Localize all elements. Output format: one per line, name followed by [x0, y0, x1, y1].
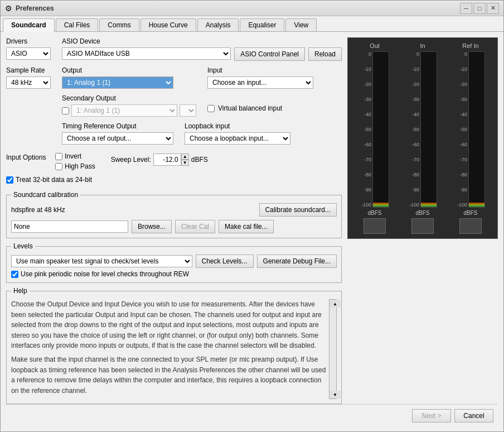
sample-rate-label: Sample Rate [6, 66, 51, 74]
close-button[interactable]: ✕ [487, 3, 499, 14]
calibrate-soundcard-button[interactable]: Calibrate soundcard... [259, 203, 337, 217]
sweep-level-label: Sweep Level: [111, 156, 151, 164]
timing-ref-group: Timing Reference Output Choose a ref out… [62, 122, 173, 145]
input-device-link[interactable]: Input Device [104, 300, 142, 308]
timing-ref-select[interactable]: Choose a ref output... [62, 132, 173, 145]
sweep-level-unit: dBFS [191, 156, 208, 164]
soundcard-cal-title: Soundcard calibration [11, 191, 80, 199]
asio-device-select[interactable]: ASIO MADIface USB [62, 47, 231, 60]
ref-in-meter: Ref In 0 -10 -20 -30 -40 -50 -60 -70 -80 [447, 42, 494, 234]
spinner-up-button[interactable]: ▲ [181, 153, 189, 160]
ref-in-meter-button[interactable] [459, 218, 482, 234]
soundcard-cal-group: Soundcard calibration hdspfire at 48 kHz… [6, 195, 342, 238]
out-bar-fill [373, 203, 389, 207]
out-meter-button[interactable] [364, 218, 386, 234]
meter-panel: Out 0 -10 -20 -30 -40 -50 -60 -70 -80 [347, 37, 498, 239]
secondary-output-select[interactable]: 1: Analog 1 (1) [71, 104, 177, 117]
scale-20: -20 [360, 81, 371, 87]
tab-view[interactable]: View [285, 18, 317, 31]
tab-analysis[interactable]: Analysis [197, 18, 239, 31]
help-text: Choose the Output Device and Input Devic… [11, 299, 329, 399]
output-device-link[interactable]: Output Device [47, 300, 90, 308]
main-area: Drivers ASIO ASIO Device ASIO MADIface U… [6, 37, 498, 404]
footer-buttons: Next > Cancel [6, 404, 498, 427]
generate-debug-button[interactable]: Generate Debug File... [257, 255, 337, 268]
spinner-buttons: ▲ ▼ [181, 153, 189, 166]
in-scale: 0 -10 -20 -30 -40 -50 -60 -70 -80 -90 -1… [408, 51, 419, 208]
minimize-button[interactable]: ─ [460, 3, 472, 14]
ref-in-bar-track [468, 51, 485, 208]
scale-50: -50 [360, 127, 371, 132]
scale-70: -70 [360, 157, 371, 162]
maximize-button[interactable]: □ [473, 3, 486, 14]
input-group: Input Choose an input... [207, 66, 342, 89]
in-bar-track [420, 51, 437, 208]
input-label: Input [207, 66, 342, 74]
in-meter-button[interactable] [411, 218, 434, 234]
virtual-balanced-checkbox[interactable] [207, 105, 215, 112]
secondary-output-group: Secondary Output 1: Analog 1 (1) ▼ [62, 94, 196, 117]
help-scrollbar[interactable]: ▲ ▼ [329, 299, 337, 399]
invert-checkbox[interactable] [55, 153, 62, 160]
high-pass-checkbox[interactable] [55, 163, 62, 170]
loopback-link[interactable]: Use loopback as timing reference [11, 356, 318, 374]
secondary-output-channel-select[interactable]: ▼ [180, 104, 196, 117]
scroll-down-button[interactable]: ▼ [329, 391, 341, 399]
tab-soundcard[interactable]: Soundcard [3, 18, 55, 32]
input-options-label: Input Options [6, 152, 51, 161]
treat-32bit-checkbox[interactable] [6, 176, 13, 184]
drivers-select[interactable]: ASIO [6, 47, 51, 60]
preferences-window: ⚙ Preferences ─ □ ✕ Soundcard Cal Files … [0, 0, 504, 432]
tab-comms[interactable]: Comms [99, 18, 139, 31]
output-link[interactable]: Output [95, 311, 115, 319]
high-pass-label: High Pass [65, 162, 95, 170]
scale-90: -90 [360, 187, 371, 193]
scroll-thumb [329, 308, 336, 391]
asio-device-group: ASIO Device ASIO MADIface USB ASIO Contr… [62, 37, 342, 61]
loopback-label: Loopback input [185, 122, 290, 130]
input-link[interactable]: Input [130, 311, 146, 319]
scale-60: -60 [360, 142, 371, 147]
drivers-group: Drivers ASIO [6, 37, 51, 60]
pink-noise-label: Use pink periodic noise for level checks… [21, 270, 189, 278]
in-meter: In 0 -10 -20 -30 -40 -50 -60 -70 -80 [399, 42, 446, 234]
pink-noise-checkbox[interactable] [11, 271, 18, 278]
left-panel: Drivers ASIO ASIO Device ASIO MADIface U… [6, 37, 342, 404]
hdspfire-label: hdspfire at 48 kHz [11, 206, 65, 214]
ref-in-bar-fill [469, 203, 484, 207]
clear-cal-button[interactable]: Clear Cal [175, 220, 215, 233]
in-dbfs-label: dBFS [415, 210, 429, 216]
sweep-level-input[interactable]: -12.0 [153, 153, 181, 166]
levels-title: Levels [11, 242, 35, 250]
spacer2 [6, 122, 51, 145]
next-button[interactable]: Next > [412, 409, 451, 423]
tab-house-curve[interactable]: House Curve [140, 18, 196, 31]
loopback-select[interactable]: Choose a loopback input... [185, 132, 290, 145]
scroll-up-button[interactable]: ▲ [329, 300, 341, 308]
reload-button[interactable]: Reload [308, 47, 342, 61]
check-levels-button[interactable]: Check Levels... [196, 255, 254, 268]
scale-10: -10 [360, 66, 371, 72]
out-meter: Out 0 -10 -20 -30 -40 -50 -60 -70 -80 [351, 42, 398, 234]
analysis-prefs-link[interactable]: Analysis Preferences [173, 366, 236, 374]
tab-equaliser[interactable]: Equaliser [240, 18, 284, 31]
scale-40: -40 [360, 112, 371, 117]
secondary-output-checkbox[interactable] [62, 107, 69, 114]
sample-rate-select[interactable]: 48 kHz [6, 76, 51, 89]
input-select[interactable]: Choose an input... [207, 76, 313, 89]
drivers-label: Drivers [6, 37, 51, 45]
scale-100: -100 [360, 202, 371, 208]
output-select[interactable]: 1: Analog 1 (1) [62, 76, 173, 89]
levels-select[interactable]: Use main speaker test signal to check/se… [11, 255, 192, 267]
tab-cal-files[interactable]: Cal Files [56, 18, 99, 31]
browse-button[interactable]: Browse... [132, 220, 172, 233]
spinner-down-button[interactable]: ▼ [181, 160, 189, 166]
asio-control-panel-button[interactable]: ASIO Control Panel [234, 47, 305, 61]
cal-file-input[interactable]: None [11, 220, 128, 233]
out-meter-label: Out [370, 42, 380, 49]
ref-in-scale: 0 -10 -20 -30 -40 -50 -60 -70 -80 -90 -1… [456, 51, 467, 208]
title-bar: ⚙ Preferences ─ □ ✕ [1, 1, 503, 16]
make-cal-button[interactable]: Make cal file... [219, 220, 274, 233]
asio-device-label: ASIO Device [62, 37, 342, 45]
cancel-button[interactable]: Cancel [454, 409, 493, 423]
